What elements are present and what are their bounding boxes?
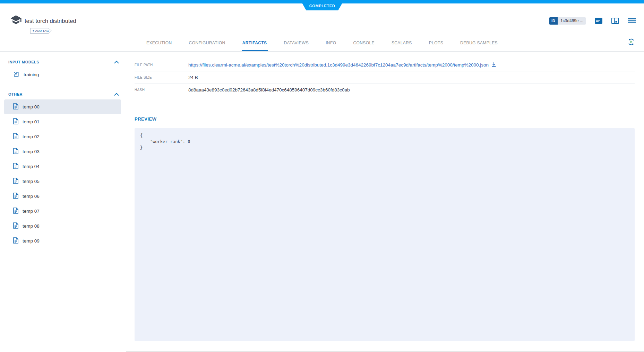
id-label: ID [549, 17, 558, 25]
sidebar-item-temp-02[interactable]: temp 02 [4, 129, 121, 144]
tab-bar: EXECUTION CONFIGURATION ARTIFACTS DATAVI… [0, 37, 644, 51]
add-tag-label: + ADD TAG [33, 29, 49, 33]
file-icon [13, 118, 18, 126]
preview-code-line: "worker_rank": 0 [140, 139, 629, 145]
tab-debug-samples[interactable]: DEBUG SAMPLES [460, 37, 498, 51]
file-icon [13, 148, 18, 156]
sidebar-item-label: temp 01 [23, 119, 40, 124]
section-other: OTHER [0, 89, 126, 99]
hash-row: HASH 8d8aaa43e893c0ed02b72643a8d5f8f4ed4… [135, 84, 635, 96]
sidebar-item-temp-08[interactable]: temp 08 [4, 219, 121, 234]
file-icon [13, 237, 18, 245]
file-icon [13, 193, 18, 200]
sidebar-item-label: temp 05 [23, 179, 40, 184]
sidebar-item-temp-06[interactable]: temp 06 [4, 189, 121, 204]
details-view-icon[interactable] [594, 17, 603, 25]
hash-label: HASH [135, 88, 188, 92]
add-tag-button[interactable]: + ADD TAG [30, 28, 52, 34]
tab-plots[interactable]: PLOTS [428, 37, 444, 51]
artifacts-sidebar: INPUT MODELS training OTHER temp 00 [0, 52, 126, 352]
sidebar-item-temp-05[interactable]: temp 05 [4, 174, 121, 189]
chevron-up-icon[interactable] [114, 59, 119, 65]
file-path-label: FILE PATH [135, 63, 188, 67]
header: test torch distributed + ADD TAG ID 1c3d… [0, 3, 644, 52]
file-size-value: 24 B [188, 75, 198, 80]
preview-code-line: { [140, 133, 629, 139]
sidebar-item-temp-01[interactable]: temp 01 [4, 114, 121, 129]
experiment-id-badge[interactable]: ID 1c3d499e ... [549, 17, 586, 25]
split-panel-icon[interactable] [611, 17, 619, 24]
tab-execution[interactable]: EXECUTION [146, 37, 173, 51]
sidebar-item-label: temp 03 [23, 149, 40, 154]
file-size-label: FILE SIZE [135, 76, 188, 79]
artifact-details-table: FILE PATH https://files.clearml-acme.ai/… [135, 59, 635, 96]
sidebar-item-label: temp 02 [23, 134, 40, 139]
tab-console[interactable]: CONSOLE [352, 37, 375, 51]
body: INPUT MODELS training OTHER temp 00 [0, 52, 644, 352]
experiment-type-icon [10, 14, 22, 27]
tab-dataviews[interactable]: DATAVIEWS [283, 37, 310, 51]
artifact-detail-panel: FILE PATH https://files.clearml-acme.ai/… [126, 52, 644, 352]
sidebar-item-temp-09[interactable]: temp 09 [4, 234, 121, 248]
id-value: 1c3d499e ... [558, 17, 586, 25]
sidebar-item-temp-03[interactable]: temp 03 [4, 144, 121, 159]
section-input-models: INPUT MODELS [0, 57, 126, 67]
section-title-input-models: INPUT MODELS [8, 60, 39, 64]
status-ribbon: COMPLETED [300, 0, 344, 10]
sidebar-item-label: temp 08 [23, 223, 40, 229]
sidebar-item-temp-00[interactable]: temp 00 [4, 99, 121, 114]
file-icon [13, 178, 18, 185]
file-size-row: FILE SIZE 24 B [135, 71, 635, 84]
sidebar-item-label: temp 09 [23, 238, 40, 244]
tab-scalars[interactable]: SCALARS [391, 37, 413, 51]
sidebar-item-training[interactable]: training [4, 67, 121, 82]
status-badge: COMPLETED [309, 3, 335, 8]
preview-code-line: } [140, 145, 629, 151]
add-tag-inner: + ADD TAG [31, 28, 51, 33]
tab-artifacts[interactable]: ARTIFACTS [242, 37, 268, 51]
input-model-icon [13, 71, 19, 79]
tab-configuration[interactable]: CONFIGURATION [188, 37, 226, 51]
file-icon [13, 133, 18, 141]
sidebar-item-label: temp 06 [23, 194, 40, 199]
sidebar-item-temp-04[interactable]: temp 04 [4, 159, 121, 174]
page-title: test torch distributed [25, 18, 76, 24]
preview-content[interactable]: { "worker_rank": 0 } [135, 128, 635, 341]
chevron-up-icon[interactable] [114, 91, 119, 97]
file-icon [13, 163, 18, 170]
sidebar-item-label: training [24, 72, 39, 77]
sidebar-item-label: temp 00 [23, 104, 40, 109]
tab-info[interactable]: INFO [325, 37, 337, 51]
menu-icon[interactable] [628, 18, 636, 24]
header-controls: ID 1c3d499e ... [549, 17, 636, 25]
sidebar-item-label: temp 07 [23, 209, 40, 214]
sidebar-item-label: temp 04 [23, 164, 40, 169]
file-path-link[interactable]: https://files.clearml-acme.ai/examples/t… [188, 62, 489, 68]
content-bottom-divider [126, 351, 644, 352]
section-title-other: OTHER [8, 92, 23, 96]
file-path-row: FILE PATH https://files.clearml-acme.ai/… [135, 59, 635, 71]
file-icon [13, 222, 18, 230]
download-icon[interactable] [491, 62, 496, 68]
file-icon [13, 103, 18, 111]
file-icon [13, 208, 18, 215]
hash-value: 8d8aaa43e893c0ed02b72643a8d5f8f4ed470c64… [188, 87, 350, 93]
preview-title: PREVIEW [135, 116, 635, 122]
sidebar-item-temp-07[interactable]: temp 07 [4, 204, 121, 219]
